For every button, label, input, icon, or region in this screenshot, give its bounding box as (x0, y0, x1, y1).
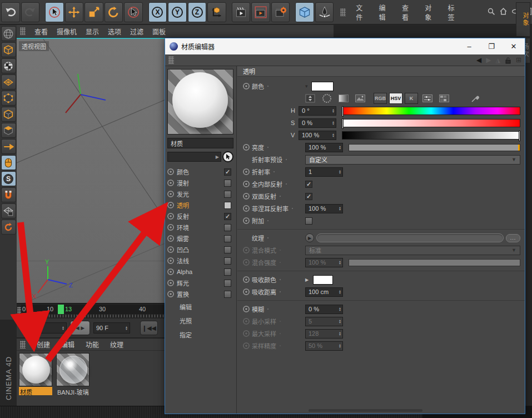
channel-checkbox[interactable] (224, 291, 231, 298)
refraction-preset-dropdown[interactable]: 自定义▼ (305, 155, 520, 165)
hsv-S-handle[interactable] (342, 118, 344, 129)
material-name-field[interactable]: 材质 (167, 138, 233, 148)
channel-label[interactable]: 颜色 (177, 167, 221, 176)
axis-y-lock-button[interactable]: Y (168, 2, 187, 22)
menu-2[interactable]: 查看 (402, 3, 415, 22)
channel-enable-dot[interactable] (167, 268, 174, 275)
min-samples-enable-dot[interactable] (243, 318, 250, 325)
blurriness-field[interactable]: 0 %▴▾ (305, 305, 343, 314)
drag-handle-icon[interactable] (168, 56, 174, 64)
channel-label[interactable]: 凹凸 (177, 245, 221, 254)
viewport-menu-5[interactable]: 面板 (152, 27, 166, 36)
color-enable-dot[interactable] (243, 83, 250, 89)
mode-rgb-button[interactable]: RGB (374, 93, 387, 104)
brightness-field[interactable]: 100 %▴▾ (305, 143, 343, 152)
channel-label[interactable]: 漫射 (177, 178, 221, 187)
spinner-icon[interactable]: ▴▾ (62, 326, 64, 330)
mix-mode-dropdown[interactable]: 标准▼ (305, 246, 520, 255)
max-samples-enable-dot[interactable] (243, 330, 250, 337)
absorption-color-swatch[interactable] (313, 275, 333, 285)
scale-button[interactable] (84, 2, 103, 22)
end-frame-field[interactable]: 90 F▴▾ (93, 322, 130, 334)
channel-enable-dot[interactable] (167, 257, 174, 264)
channel-enable-dot[interactable] (167, 235, 174, 242)
brightness-enable-dot[interactable] (243, 144, 250, 151)
channel-enable-dot[interactable] (167, 280, 174, 286)
menu-4[interactable]: 标签 (448, 3, 461, 22)
globe-icon[interactable] (1, 26, 16, 41)
material-thumbnail[interactable] (56, 353, 90, 386)
channel-checkbox[interactable] (224, 224, 231, 231)
matmgr-menu-0[interactable]: 创建 (37, 340, 50, 349)
axis-mode-button[interactable] (1, 139, 16, 154)
absorption-distance-enable-dot[interactable] (243, 288, 250, 295)
channel-label[interactable]: Alpha (177, 268, 221, 275)
range-arrows-button[interactable]: ◀ ▶ (70, 321, 90, 335)
last-tool-button[interactable] (124, 2, 143, 22)
move-button[interactable] (65, 2, 84, 22)
menu-1[interactable]: 编辑 (379, 3, 392, 22)
viewport-menu-2[interactable]: 显示 (86, 27, 99, 36)
drag-handle-icon[interactable] (20, 27, 26, 35)
home-icon[interactable] (499, 7, 508, 17)
mix-mode-enable-dot[interactable] (243, 247, 250, 253)
color-dropdown-caret[interactable]: ▾ (305, 83, 308, 89)
redo-button[interactable] (21, 2, 40, 22)
workplane-mode-button[interactable] (1, 74, 16, 89)
channel-label[interactable]: 环境 (177, 223, 221, 232)
channel-label[interactable]: 辉光 (177, 278, 221, 287)
mix-strength-enable-dot[interactable] (243, 259, 250, 266)
search-icon[interactable] (487, 7, 495, 17)
channel-enable-dot[interactable] (167, 224, 174, 231)
channel-row-法线[interactable]: 法线 (167, 255, 235, 266)
additive-enable-dot[interactable] (243, 217, 250, 224)
spinner-icon[interactable]: ▴▾ (332, 108, 334, 113)
fresnel-reflectivity-enable-dot[interactable] (243, 205, 250, 212)
rotate-button[interactable] (105, 2, 123, 22)
channel-row-漫射[interactable]: 漫射 (167, 177, 235, 188)
window-titlebar[interactable]: 材质编辑器 – ❐ ✕ (165, 38, 525, 54)
add-cube-button[interactable] (295, 2, 314, 22)
material-name-label[interactable]: 材质 (19, 387, 52, 395)
double-sided-reflection-enable-dot[interactable] (243, 193, 250, 200)
workplane-lock-button[interactable] (1, 203, 16, 218)
render-region-button[interactable] (251, 2, 270, 22)
triangle-icon[interactable]: ▶ (305, 277, 309, 282)
goto-start-button[interactable]: ❙◀◀ (140, 321, 158, 335)
spinner-icon[interactable]: ▴▾ (332, 121, 334, 125)
blurriness-enable-dot[interactable] (243, 306, 250, 312)
timeline-marker[interactable] (58, 305, 64, 314)
channel-label[interactable]: 发光 (177, 190, 221, 198)
channel-checkbox[interactable] (224, 246, 231, 253)
channel-label[interactable]: 置换 (177, 290, 221, 298)
channel-enable-dot[interactable] (167, 291, 174, 297)
channel-checkbox[interactable]: ✓ (224, 213, 231, 220)
refraction-field[interactable]: 1▴▾ (305, 167, 343, 177)
channel-row-反射[interactable]: 反射✓ (167, 211, 235, 222)
spinner-icon[interactable]: ▴▾ (339, 260, 341, 265)
sample-accuracy-field[interactable]: 50 %▴▾ (305, 341, 343, 351)
material-name-label[interactable]: BANJI-玻璃 (56, 387, 90, 395)
mode-k-button[interactable]: K (405, 93, 418, 104)
hsv-H-field[interactable]: 0 °▴▾ (299, 106, 336, 116)
channel-checkbox[interactable] (224, 180, 231, 187)
channel-row-置换[interactable]: 置换 (167, 288, 235, 300)
live-selection-button[interactable] (45, 2, 64, 22)
close-button[interactable]: ✕ (503, 38, 525, 54)
coordinate-system-button[interactable] (207, 2, 226, 22)
color-wheel-icon[interactable] (320, 93, 334, 104)
spinner-icon[interactable]: ▴▾ (332, 133, 334, 137)
refraction-enable-dot[interactable] (243, 168, 250, 175)
quantize-button[interactable] (1, 220, 16, 235)
spinner-icon[interactable]: ▴▾ (126, 326, 127, 330)
channel-row-凹凸[interactable]: 凹凸 (167, 244, 235, 255)
channel-label[interactable]: 反射 (177, 212, 221, 221)
mix-strength-field[interactable]: 100 %▴▾ (305, 258, 343, 267)
editor-tab-2[interactable]: 指定 (167, 327, 235, 341)
spinner-icon[interactable]: ▴▾ (339, 319, 341, 324)
hsv-S-bar[interactable] (342, 119, 520, 127)
sample-accuracy-enable-dot[interactable] (243, 342, 250, 349)
polygons-mode-button[interactable] (1, 123, 16, 138)
channel-row-颜色[interactable]: 颜色✓ (167, 166, 235, 177)
drag-handle-icon[interactable] (21, 324, 27, 332)
